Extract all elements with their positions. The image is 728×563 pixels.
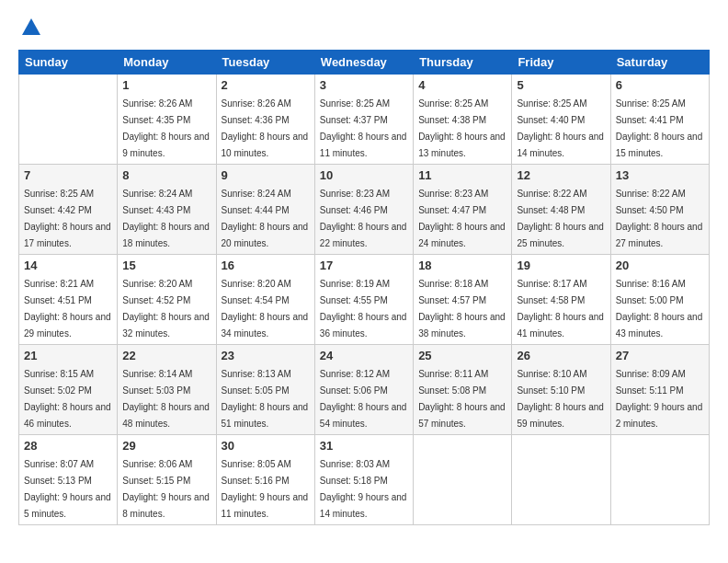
calendar-cell: 30 Sunrise: 8:05 AMSunset: 5:16 PMDaylig… [216, 435, 314, 525]
weekday-header-thursday: Thursday [414, 51, 512, 75]
week-row-4: 28 Sunrise: 8:07 AMSunset: 5:13 PMDaylig… [19, 435, 710, 525]
day-number: 29 [122, 439, 210, 453]
weekday-header-tuesday: Tuesday [216, 51, 314, 75]
day-info: Sunrise: 8:13 AMSunset: 5:05 PMDaylight:… [222, 369, 309, 429]
calendar-cell: 2 Sunrise: 8:26 AMSunset: 4:36 PMDayligh… [216, 75, 314, 165]
day-number: 17 [320, 259, 408, 272]
week-row-0: 1 Sunrise: 8:26 AMSunset: 4:35 PMDayligh… [19, 75, 710, 165]
day-number: 4 [418, 78, 506, 92]
day-number: 27 [616, 349, 704, 362]
day-number: 1 [122, 78, 210, 92]
day-info: Sunrise: 8:25 AMSunset: 4:38 PMDaylight:… [418, 98, 506, 158]
day-number: 2 [222, 78, 310, 92]
day-info: Sunrise: 8:07 AMSunset: 5:13 PMDaylight:… [24, 459, 111, 519]
week-row-1: 7 Sunrise: 8:25 AMSunset: 4:42 PMDayligh… [19, 165, 710, 255]
day-info: Sunrise: 8:25 AMSunset: 4:37 PMDaylight:… [320, 98, 407, 158]
calendar-cell: 25 Sunrise: 8:11 AMSunset: 5:08 PMDaylig… [414, 345, 512, 435]
day-number: 7 [24, 168, 112, 182]
calendar-cell [414, 435, 512, 525]
calendar-cell: 8 Sunrise: 8:24 AMSunset: 4:43 PMDayligh… [118, 165, 216, 255]
calendar-cell: 22 Sunrise: 8:14 AMSunset: 5:03 PMDaylig… [118, 345, 216, 435]
day-info: Sunrise: 8:10 AMSunset: 5:10 PMDaylight:… [517, 369, 604, 429]
day-info: Sunrise: 8:17 AMSunset: 4:58 PMDaylight:… [517, 279, 604, 339]
day-info: Sunrise: 8:25 AMSunset: 4:41 PMDaylight:… [616, 98, 703, 158]
svg-rect-1 [28, 28, 35, 35]
day-number: 19 [517, 259, 605, 272]
day-number: 26 [517, 349, 605, 362]
day-number: 22 [122, 349, 210, 362]
calendar-cell: 13 Sunrise: 8:22 AMSunset: 4:50 PMDaylig… [610, 165, 709, 255]
calendar-cell: 7 Sunrise: 8:25 AMSunset: 4:42 PMDayligh… [19, 165, 118, 255]
weekday-header-row: SundayMondayTuesdayWednesdayThursdayFrid… [19, 51, 710, 75]
calendar-cell: 24 Sunrise: 8:12 AMSunset: 5:06 PMDaylig… [314, 345, 413, 435]
calendar-cell: 10 Sunrise: 8:23 AMSunset: 4:46 PMDaylig… [314, 165, 413, 255]
day-info: Sunrise: 8:24 AMSunset: 4:43 PMDaylight:… [122, 189, 210, 248]
day-info: Sunrise: 8:23 AMSunset: 4:46 PMDaylight:… [320, 189, 407, 248]
day-number: 31 [320, 439, 408, 453]
calendar-cell: 29 Sunrise: 8:06 AMSunset: 5:15 PMDaylig… [118, 435, 216, 525]
calendar-cell: 26 Sunrise: 8:10 AMSunset: 5:10 PMDaylig… [512, 345, 610, 435]
day-info: Sunrise: 8:21 AMSunset: 4:51 PMDaylight:… [24, 279, 111, 339]
calendar-cell: 23 Sunrise: 8:13 AMSunset: 5:05 PMDaylig… [216, 345, 314, 435]
day-info: Sunrise: 8:23 AMSunset: 4:47 PMDaylight:… [418, 189, 506, 248]
day-number: 6 [616, 78, 704, 92]
day-info: Sunrise: 8:20 AMSunset: 4:54 PMDaylight:… [222, 279, 309, 339]
day-number: 28 [24, 439, 112, 453]
logo [18, 15, 48, 40]
calendar-cell: 28 Sunrise: 8:07 AMSunset: 5:13 PMDaylig… [19, 435, 118, 525]
header [18, 15, 710, 40]
calendar-cell: 6 Sunrise: 8:25 AMSunset: 4:41 PMDayligh… [610, 75, 709, 165]
day-number: 15 [122, 259, 210, 272]
day-number: 3 [320, 78, 408, 92]
day-info: Sunrise: 8:11 AMSunset: 5:08 PMDaylight:… [418, 369, 506, 429]
calendar-cell: 5 Sunrise: 8:25 AMSunset: 4:40 PMDayligh… [512, 75, 610, 165]
calendar-cell: 14 Sunrise: 8:21 AMSunset: 4:51 PMDaylig… [19, 255, 118, 345]
day-info: Sunrise: 8:25 AMSunset: 4:40 PMDaylight:… [517, 98, 604, 158]
day-number: 24 [320, 349, 408, 362]
day-info: Sunrise: 8:24 AMSunset: 4:44 PMDaylight:… [222, 189, 309, 248]
day-number: 18 [418, 259, 506, 272]
calendar-cell [19, 75, 118, 165]
day-info: Sunrise: 8:18 AMSunset: 4:57 PMDaylight:… [418, 279, 506, 339]
calendar-cell: 1 Sunrise: 8:26 AMSunset: 4:35 PMDayligh… [118, 75, 216, 165]
day-info: Sunrise: 8:05 AMSunset: 5:16 PMDaylight:… [222, 459, 309, 519]
day-number: 21 [24, 349, 112, 362]
day-number: 20 [616, 259, 704, 272]
weekday-header-wednesday: Wednesday [314, 51, 413, 75]
calendar-cell: 27 Sunrise: 8:09 AMSunset: 5:11 PMDaylig… [610, 345, 709, 435]
day-number: 16 [222, 259, 310, 272]
calendar-cell [512, 435, 610, 525]
day-info: Sunrise: 8:25 AMSunset: 4:42 PMDaylight:… [24, 189, 111, 248]
day-number: 12 [517, 168, 605, 182]
day-number: 10 [320, 168, 408, 182]
calendar-cell [610, 435, 709, 525]
day-info: Sunrise: 8:22 AMSunset: 4:48 PMDaylight:… [517, 189, 604, 248]
day-info: Sunrise: 8:03 AMSunset: 5:18 PMDaylight:… [320, 459, 407, 519]
weekday-header-sunday: Sunday [19, 51, 118, 75]
calendar-table: SundayMondayTuesdayWednesdayThursdayFrid… [18, 50, 710, 525]
day-number: 13 [616, 168, 704, 182]
calendar-cell: 12 Sunrise: 8:22 AMSunset: 4:48 PMDaylig… [512, 165, 610, 255]
week-row-2: 14 Sunrise: 8:21 AMSunset: 4:51 PMDaylig… [19, 255, 710, 345]
calendar-cell: 16 Sunrise: 8:20 AMSunset: 4:54 PMDaylig… [216, 255, 314, 345]
calendar-cell: 18 Sunrise: 8:18 AMSunset: 4:57 PMDaylig… [414, 255, 512, 345]
day-info: Sunrise: 8:15 AMSunset: 5:02 PMDaylight:… [24, 369, 111, 429]
calendar-cell: 11 Sunrise: 8:23 AMSunset: 4:47 PMDaylig… [414, 165, 512, 255]
day-number: 9 [222, 168, 310, 182]
calendar-cell: 19 Sunrise: 8:17 AMSunset: 4:58 PMDaylig… [512, 255, 610, 345]
calendar-cell: 9 Sunrise: 8:24 AMSunset: 4:44 PMDayligh… [216, 165, 314, 255]
day-number: 11 [418, 168, 506, 182]
day-info: Sunrise: 8:16 AMSunset: 5:00 PMDaylight:… [616, 279, 703, 339]
weekday-header-saturday: Saturday [610, 51, 709, 75]
calendar-cell: 31 Sunrise: 8:03 AMSunset: 5:18 PMDaylig… [314, 435, 413, 525]
calendar-cell: 4 Sunrise: 8:25 AMSunset: 4:38 PMDayligh… [414, 75, 512, 165]
day-info: Sunrise: 8:26 AMSunset: 4:35 PMDaylight:… [122, 98, 210, 158]
weekday-header-friday: Friday [512, 51, 610, 75]
day-info: Sunrise: 8:14 AMSunset: 5:03 PMDaylight:… [122, 369, 210, 429]
page-container: SundayMondayTuesdayWednesdayThursdayFrid… [0, 0, 728, 563]
day-info: Sunrise: 8:09 AMSunset: 5:11 PMDaylight:… [616, 369, 703, 429]
day-number: 5 [517, 78, 605, 92]
calendar-cell: 17 Sunrise: 8:19 AMSunset: 4:55 PMDaylig… [314, 255, 413, 345]
day-info: Sunrise: 8:19 AMSunset: 4:55 PMDaylight:… [320, 279, 407, 339]
day-number: 25 [418, 349, 506, 362]
